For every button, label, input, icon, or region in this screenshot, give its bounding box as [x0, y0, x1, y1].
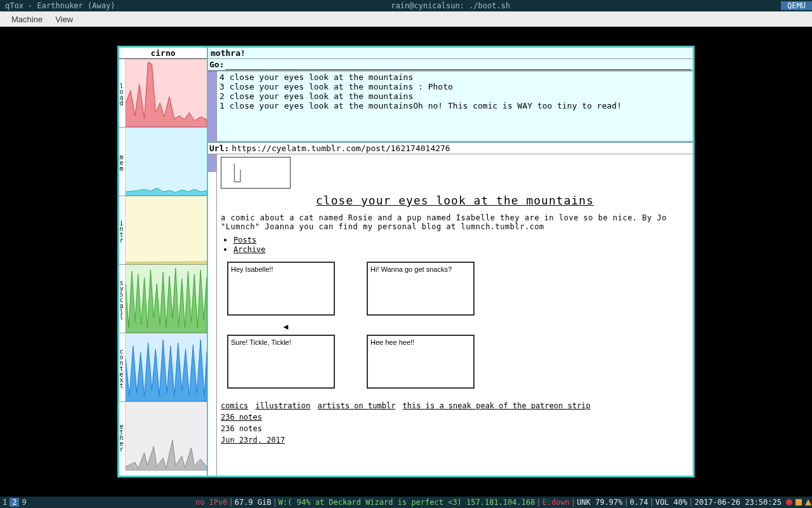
comic-panel-1: Hey Isabelle!!	[227, 262, 335, 316]
svg-rect-2	[126, 196, 207, 264]
graph-mem: mem	[119, 128, 207, 196]
tray-icon[interactable]	[785, 498, 793, 506]
notes-link[interactable]: 236 notes	[221, 413, 689, 422]
taskbar-item-qtox[interactable]: qTox - Earthnuker (Away)	[0, 1, 120, 10]
comic-strip: Hey Isabelle!! Hi! Wanna go get snacks? …	[221, 262, 689, 389]
graph-intr: intr	[119, 196, 207, 265]
graph-load: load	[119, 59, 207, 128]
tag-link[interactable]: illustration	[256, 401, 311, 410]
page-content: close your eyes look at the mountains a …	[217, 154, 693, 476]
svg-rect-5	[126, 402, 207, 471]
go-label: Go:	[209, 60, 224, 70]
cursor-icon: ◄	[282, 322, 290, 331]
page-title[interactable]: close your eyes look at the mountains	[221, 194, 689, 207]
link-posts[interactable]: Posts	[233, 236, 256, 244]
mothra-title: mothra!	[208, 48, 693, 59]
history-item[interactable]: 3 close your eyes look at the mountains …	[219, 82, 690, 91]
graph-context: context	[119, 333, 207, 402]
svg-rect-7	[796, 499, 802, 505]
tray-icon[interactable]	[804, 498, 812, 506]
history-scrollbar[interactable]	[208, 71, 217, 141]
status-memory: 67.9 GiB	[235, 498, 272, 507]
mothra-browser: mothra! Go: 4 close your eyes look at th…	[208, 48, 693, 476]
status-eth: down	[551, 498, 570, 507]
page-scrollbar[interactable]	[208, 154, 217, 476]
top-taskbar: qTox - Earthnuker (Away) rain@cynicalsun…	[0, 0, 812, 11]
graph-ether: ether	[119, 402, 207, 471]
taskbar-item-terminal[interactable]: rain@cynicalsun: ./boot.sh	[386, 1, 515, 10]
workspace-1[interactable]: 1	[0, 498, 10, 507]
link-archive[interactable]: Archive	[233, 245, 266, 254]
svg-point-6	[786, 499, 792, 505]
plan9-window: cirno load mem intr syscall context	[117, 46, 695, 478]
workspace-9[interactable]: 9	[19, 498, 29, 507]
status-datetime: 2017-06-26 23:50:25	[695, 498, 782, 507]
graph-syscall: syscall	[119, 265, 207, 333]
comic-panel-3: Sure! Tickle, Tickle!	[227, 335, 335, 389]
bottom-statusbar: 1 2 9 no IPv6| 67.9 GiB| W: ( 94% at Dec…	[0, 497, 812, 508]
qemu-menubar: Machine View	[0, 11, 812, 27]
status-ipv6: no IPv6	[195, 498, 228, 507]
status-wifi: ( 94% at Deckard Wizard is perfect <3) 1…	[287, 498, 535, 507]
vm-screen: cirno load mem intr syscall context	[0, 27, 812, 497]
history-item[interactable]: 2 close your eyes look at the mountains	[219, 91, 690, 101]
tray-icon[interactable]	[795, 498, 802, 506]
status-wifi-label: W:	[278, 498, 287, 507]
status-unk: UNK 79.97%	[577, 498, 622, 507]
taskbar-item-qemu[interactable]: QEMU	[781, 1, 812, 10]
status-eth-label: E:	[542, 498, 551, 507]
history-item[interactable]: 1 close your eyes look at the mountainsO…	[219, 101, 690, 110]
go-input[interactable]	[225, 60, 691, 70]
comic-panel-2: Hi! Wanna go get snacks?	[367, 262, 475, 316]
menu-view[interactable]: View	[49, 15, 79, 24]
notes-count: 236 notes	[221, 424, 689, 433]
systray	[785, 498, 812, 506]
tag-link[interactable]: artists on tumblr	[318, 401, 396, 410]
history-item[interactable]: 4 close your eyes look at the mountains	[219, 72, 690, 82]
tag-link[interactable]: comics	[221, 401, 248, 410]
header-image	[221, 157, 291, 189]
workspace-2[interactable]: 2	[10, 498, 19, 507]
url-label: Url:	[209, 144, 229, 153]
post-date[interactable]: Jun 23rd, 2017	[221, 436, 689, 444]
comic-panel-4: Hee hee hee!!	[367, 335, 475, 389]
menu-machine[interactable]: Machine	[5, 15, 49, 24]
cirno-monitor: cirno load mem intr syscall context	[119, 48, 208, 476]
svg-rect-1	[126, 128, 207, 196]
url-value[interactable]: https://cyelatm.tumblr.com/post/16217401…	[232, 144, 691, 153]
cirno-title: cirno	[119, 48, 207, 59]
status-volume: VOL 40%	[655, 498, 688, 507]
tags-row: comics illustration artists on tumblr th…	[221, 401, 689, 410]
tag-link[interactable]: this is a sneak peak of the patreon stri…	[403, 401, 591, 410]
page-description: a comic about a cat named Rosie and a pu…	[221, 213, 689, 231]
svg-marker-8	[805, 499, 811, 505]
history-list: 4 close your eyes look at the mountains …	[217, 71, 693, 141]
status-load: 0.74	[630, 498, 648, 507]
